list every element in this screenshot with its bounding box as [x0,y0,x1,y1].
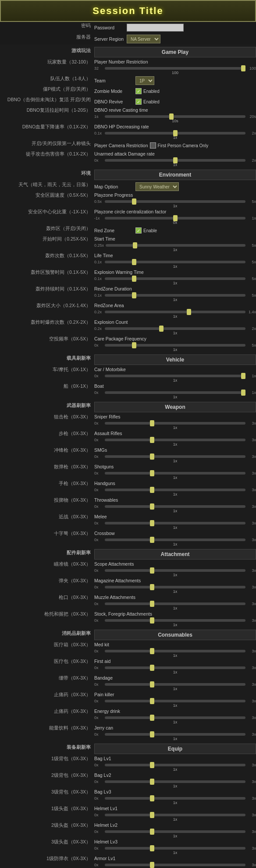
redzone-area-slider[interactable] [105,311,245,313]
melee-slider[interactable] [105,522,245,524]
helmet1-min: 0x [94,813,103,817]
redzone-duration-mid: 1x [94,298,256,302]
explosion-count-right: Explosion Count [94,319,134,325]
painkiller-slider[interactable] [105,700,245,702]
helmet1-slider[interactable] [105,814,245,816]
boat-slider[interactable] [105,391,245,394]
stock-slider[interactable] [105,619,245,622]
magazine-min: 0x [94,585,103,589]
redzone-checkbox[interactable]: ✓ [135,227,142,234]
redzone-start-label: 开始时间（0.25X-5X） [0,236,94,242]
crossbow-max: 3x [247,538,256,542]
smg-min: 0x [94,454,103,459]
bag1-slider[interactable] [105,764,245,766]
helmet3-mid: 1x [94,850,256,855]
team-select[interactable]: 1P [135,76,154,85]
redzone-duration-slider[interactable] [105,294,245,297]
camera-toggle[interactable]: First Person Camera Only [150,142,209,149]
throwable-slider[interactable] [105,505,245,508]
shotgun-mid: 1x [94,475,256,480]
unarmed-slider[interactable] [105,159,245,162]
redzone-start-slider[interactable] [106,244,245,247]
crossbow-right: Crossbow [94,531,134,536]
crossbow-min: 0x [94,538,103,542]
dbno-revive-mid: 10s [94,119,256,123]
firstaid-slider[interactable] [105,666,245,669]
melee-min: 0x [94,521,103,525]
throwable-max: 3x [247,504,256,509]
bag2-slider[interactable] [105,780,245,783]
medkit-slider[interactable] [105,650,245,652]
car-slider[interactable] [105,375,245,377]
camera-checkbox[interactable] [150,142,156,149]
sniper-slider[interactable] [105,422,245,425]
carepackage-slider[interactable] [105,344,245,347]
energy-slider[interactable] [105,716,245,719]
crossbow-slider[interactable] [105,539,245,541]
smg-label: 冲锋枪（0X-3X） [0,447,94,453]
redzone-area-max: 1.4x [247,310,256,314]
energy-min: 0x [94,716,103,720]
magazine-slider[interactable] [105,586,245,588]
jerry-slider[interactable] [105,733,245,736]
environment-section-left: 环境 [0,168,94,178]
jerry-max: 3x [247,732,256,737]
smg-slider[interactable] [105,455,245,458]
explosion-warning-mid: 1x [94,281,256,285]
sniper-max: 3x [247,421,256,425]
bag2-mid: 1x [94,784,256,788]
redzone-life-mid: 1x [94,264,256,269]
helmet3-slider[interactable] [105,847,245,850]
weather-right: Map Option [94,184,134,189]
weather-select[interactable]: Sunny Weather [135,182,179,191]
zombie-toggle[interactable]: ✓ Enabled [135,88,160,94]
camera-value: First Person Camera Only [158,143,209,148]
armor1-slider[interactable] [105,864,245,866]
dbno-label: DBNO（击倒但未淘汰）复活 开启/关闭 [0,97,94,103]
scope-slider[interactable] [105,569,245,572]
bandage-slider[interactable] [105,683,245,686]
muzzle-slider[interactable] [105,602,245,605]
zombie-checkbox[interactable]: ✓ [135,88,142,94]
assault-right: Assault Rifles [94,431,134,436]
server-region-select[interactable]: NA Server [127,35,160,43]
unarmed-min: 0x [94,158,103,163]
redzone-area-right: RedZone Area [94,303,134,308]
helmet2-slider[interactable] [105,830,245,833]
helmet3-label: 3级头盔（0X-3X） [0,839,94,845]
dbno-revive-right: DBNO revive Casting time [94,107,148,113]
explosion-warning-slider[interactable] [105,277,245,280]
dbno-checkbox[interactable]: ✓ [135,99,142,105]
redzone-life-slider[interactable] [105,261,245,263]
redzone-toggle[interactable]: ✓ Enable [135,227,157,234]
camera-right: Player Camera Restriction [94,143,148,148]
weather-label: 天气（晴天，雨天，无云，日落） [0,182,94,188]
dbno-hp-slider[interactable] [105,132,245,135]
bag1-label: 1级背包（0X-3X） [0,756,94,762]
playzone-slider[interactable] [105,200,245,203]
redzone-duration-right: RedZone Duration [94,286,134,291]
stock-label: 枪托和握把（0X-3X） [0,611,94,617]
dbno-revive-label: DBNO复活拉起时间（1-20S） [0,107,94,113]
explosion-count-slider[interactable] [105,327,245,330]
server-right-label: Server Region [94,36,125,42]
armor1-label: 1级防弹衣（0X-3X） [0,856,94,862]
bandage-label: 绷带（0X-3X） [0,675,94,681]
shotgun-slider[interactable] [105,472,245,475]
server-label: 服务器 [0,34,94,40]
password-label: 密码 [0,23,94,29]
password-input[interactable] [127,24,184,32]
playzone-min: 0.5x [94,199,103,204]
smg-mid: 1x [94,459,256,463]
dbno-revive-slider[interactable] [105,115,245,118]
bag3-slider[interactable] [105,797,245,800]
muzzle-right: Muzzle Attachments [94,595,135,600]
centralization-slider[interactable] [105,217,245,220]
player-number-slider[interactable] [105,67,245,70]
redzone-toggle-label: 轰炸区（开启/关闭） [0,226,94,232]
assault-slider[interactable] [105,439,245,441]
dbno-toggle[interactable]: ✓ Enabled [135,99,160,105]
handgun-slider[interactable] [105,489,245,491]
explosion-warning-min: 0.1x [94,276,103,281]
melee-mid: 1x [94,525,256,530]
